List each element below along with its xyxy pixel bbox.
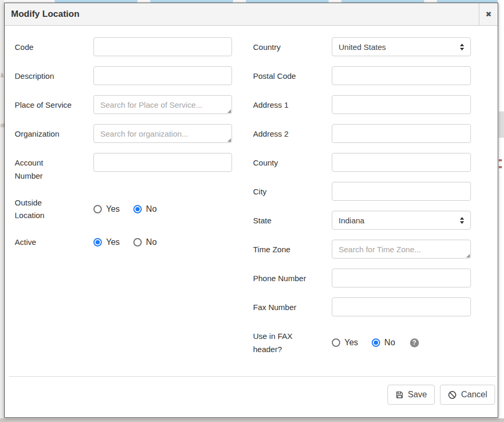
outside-location-label: Outside Location	[15, 193, 93, 223]
modal-title: Modify Location	[5, 3, 479, 25]
background-text-fragment: ā	[1, 73, 4, 78]
radio-label: Yes	[106, 204, 120, 214]
code-input[interactable]	[93, 37, 232, 56]
city-input[interactable]	[332, 182, 471, 201]
active-label: Active	[15, 232, 93, 249]
address2-control	[332, 124, 471, 143]
resize-grip-icon	[227, 138, 231, 142]
code-label: Code	[15, 37, 93, 56]
close-icon[interactable]: ✖	[479, 3, 498, 25]
fax-number-control	[332, 297, 471, 316]
phone-number-input[interactable]	[332, 269, 471, 287]
account-number-input[interactable]	[93, 153, 232, 172]
outside-location-radio-group: Yes No	[93, 193, 232, 223]
background-block	[499, 111, 504, 138]
field-time-zone: Time Zone	[253, 240, 471, 259]
description-input[interactable]	[93, 66, 232, 85]
postal-code-label: Postal Code	[253, 66, 332, 85]
background-page-right	[498, 0, 504, 422]
form-column-right: Country United States Postal Code Addres…	[232, 37, 471, 376]
updown-caret-icon	[460, 44, 464, 50]
state-label: State	[253, 211, 332, 230]
field-address2: Address 2	[253, 124, 471, 143]
field-place-of-service: Place of Service	[15, 95, 232, 114]
address1-control	[332, 95, 471, 114]
radio-icon	[372, 338, 380, 347]
field-organization: Organization	[15, 124, 232, 143]
use-in-fax-header-label: Use in FAX header?	[253, 326, 332, 356]
field-active: Active Yes No	[15, 232, 232, 249]
resize-grip-icon	[227, 109, 231, 113]
radio-icon	[93, 205, 102, 213]
county-input[interactable]	[332, 153, 471, 172]
place-of-service-label: Place of Service	[15, 95, 93, 114]
radio-label: No	[146, 204, 156, 214]
field-county: County	[253, 153, 471, 172]
radio-label: No	[384, 338, 395, 347]
postal-code-control	[332, 66, 471, 85]
field-postal-code: Postal Code	[253, 66, 471, 85]
fax-number-label: Fax Number	[253, 297, 332, 316]
radio-label: No	[146, 238, 156, 247]
radio-label: Yes	[344, 338, 358, 347]
cancel-button[interactable]: Cancel	[440, 385, 495, 405]
outside-location-radio-no[interactable]: No	[133, 204, 156, 214]
radio-icon	[332, 338, 340, 347]
background-page-left: ā ol	[0, 0, 4, 422]
select-value: United States	[339, 43, 386, 52]
phone-number-control	[332, 269, 471, 287]
field-code: Code	[15, 37, 232, 56]
county-control	[332, 153, 471, 172]
help-icon[interactable]: ?	[410, 338, 419, 347]
postal-code-input[interactable]	[332, 66, 471, 85]
modal-footer: Save Cancel	[9, 376, 496, 417]
county-label: County	[253, 153, 332, 172]
outside-location-radio-yes[interactable]: Yes	[93, 204, 120, 214]
field-fax-number: Fax Number	[253, 297, 471, 316]
fax-header-radio-no[interactable]: No	[372, 338, 395, 347]
code-control	[93, 37, 232, 56]
country-control: United States	[332, 37, 471, 56]
form-column-left: Code Description Place of Service	[15, 37, 232, 376]
place-of-service-search[interactable]	[93, 95, 232, 114]
organization-search[interactable]	[93, 124, 232, 143]
modal-header: Modify Location ✖	[5, 3, 498, 26]
field-state: State Indiana	[253, 211, 471, 230]
time-zone-control	[332, 240, 471, 259]
country-select[interactable]: United States	[332, 37, 471, 56]
address2-input[interactable]	[332, 124, 471, 143]
state-select[interactable]: Indiana	[332, 211, 471, 230]
active-radio-group: Yes No	[93, 232, 232, 249]
country-label: Country	[253, 37, 332, 56]
city-control	[332, 182, 471, 201]
organization-label: Organization	[15, 124, 93, 143]
organization-control	[93, 124, 232, 143]
phone-number-label: Phone Number	[253, 269, 332, 287]
save-button-label: Save	[408, 390, 427, 399]
fax-header-radio-yes[interactable]: Yes	[332, 338, 358, 347]
active-radio-no[interactable]: No	[133, 238, 156, 247]
description-control	[93, 66, 232, 85]
field-account-number: Account Number	[15, 153, 232, 183]
active-radio-yes[interactable]: Yes	[93, 238, 120, 247]
timezone-search[interactable]	[332, 240, 471, 259]
address1-label: Address 1	[253, 95, 332, 114]
description-label: Description	[15, 66, 93, 85]
field-country: Country United States	[253, 37, 471, 56]
updown-caret-icon	[460, 217, 464, 224]
radio-icon	[133, 238, 142, 246]
background-page-bottom	[0, 418, 504, 422]
field-use-in-fax-header: Use in FAX header? Yes No ?	[253, 326, 471, 356]
radio-label: Yes	[106, 238, 120, 247]
modal-body: Code Description Place of Service	[5, 26, 498, 376]
fax-header-radio-group: Yes No ?	[332, 326, 471, 356]
save-button[interactable]: Save	[387, 385, 435, 405]
field-address1: Address 1	[253, 95, 471, 114]
radio-icon	[93, 238, 102, 246]
account-number-control	[93, 153, 232, 183]
state-control: Indiana	[332, 211, 471, 230]
address1-input[interactable]	[332, 95, 471, 114]
cancel-ban-icon	[448, 390, 457, 399]
fax-number-input[interactable]	[332, 297, 471, 316]
background-mark	[499, 166, 502, 168]
